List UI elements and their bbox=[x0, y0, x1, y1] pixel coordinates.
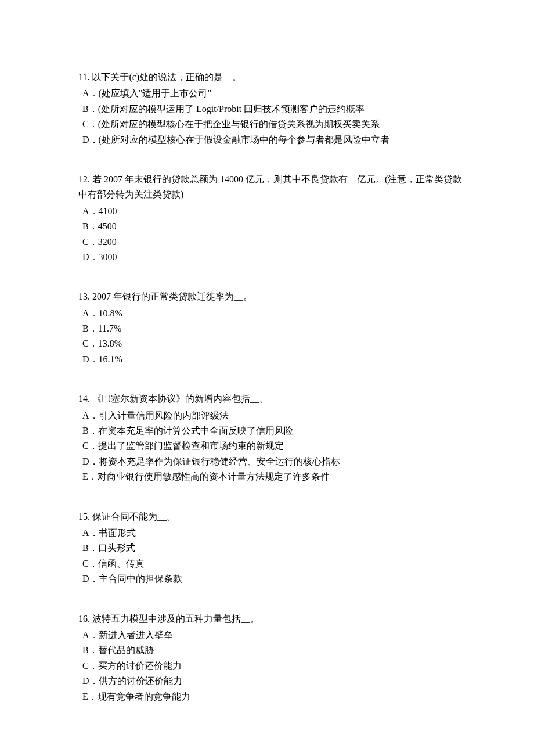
question-text: 2007 年银行的正常类贷款迁徙率为__。 bbox=[92, 291, 252, 301]
option-c: C．(处所对应的模型核心在于把企业与银行的借贷关系视为期权买卖关系 bbox=[78, 117, 464, 132]
question-number: 16. bbox=[78, 614, 90, 624]
question-16: 16. 波特五力模型中涉及的五种力量包括__。 A．新进入者进入壁垒 B．替代品… bbox=[78, 611, 464, 704]
option-d: D．16.1% bbox=[78, 352, 464, 367]
question-11: 11. 以下关于(c)处的说法，正确的是__。 A．(处应填入"适用于上市公司"… bbox=[78, 70, 464, 147]
option-c: C．信函、传真 bbox=[78, 556, 464, 571]
question-text: 以下关于(c)处的说法，正确的是__。 bbox=[92, 72, 241, 82]
option-a: A．10.8% bbox=[78, 306, 464, 321]
option-c: C．13.8% bbox=[78, 336, 464, 351]
question-number: 13. bbox=[78, 291, 90, 301]
option-c: C．3200 bbox=[78, 235, 464, 250]
option-b: B．4500 bbox=[78, 219, 464, 234]
option-d: D．供方的讨价还价能力 bbox=[78, 674, 464, 689]
question-text: 波特五力模型中涉及的五种力量包括__。 bbox=[92, 614, 259, 624]
option-b: B．口头形式 bbox=[78, 541, 464, 556]
option-d: D．将资本充足率作为保证银行稳健经营、安全运行的核心指标 bbox=[78, 454, 464, 469]
question-number: 15. bbox=[78, 512, 90, 521]
option-b: B．11.7% bbox=[78, 321, 464, 336]
question-15: 15. 保证合同不能为__。 A．书面形式 B．口头形式 C．信函、传真 D．主… bbox=[78, 509, 464, 587]
question-stem: 15. 保证合同不能为__。 bbox=[78, 509, 464, 524]
option-a: A．引入计量信用风险的内部评级法 bbox=[78, 408, 464, 423]
option-c: C．提出了监管部门监督检查和市场约束的新规定 bbox=[78, 438, 464, 453]
option-b: B．在资本充足率的计算公式中全面反映了信用风险 bbox=[78, 423, 464, 438]
question-text: 保证合同不能为__。 bbox=[92, 512, 176, 521]
question-text: 若 2007 年末银行的贷款总额为 14000 亿元，则其中不良贷款有__亿元。… bbox=[78, 174, 462, 199]
question-14: 14. 《巴塞尔新资本协议》的新增内容包括__。 A．引入计量信用风险的内部评级… bbox=[78, 391, 464, 484]
question-number: 14. bbox=[78, 394, 90, 404]
question-stem: 13. 2007 年银行的正常类贷款迁徙率为__。 bbox=[78, 289, 464, 304]
question-stem: 14. 《巴塞尔新资本协议》的新增内容包括__。 bbox=[78, 391, 464, 406]
option-b: B．替代品的威胁 bbox=[78, 643, 464, 658]
option-a: A．(处应填入"适用于上市公司" bbox=[78, 86, 464, 101]
option-d: D．主合同中的担保条款 bbox=[78, 571, 464, 586]
question-stem: 16. 波特五力模型中涉及的五种力量包括__。 bbox=[78, 611, 464, 627]
option-b: B．(处所对应的模型运用了 Logit/Probit 回归技术预测客户的违约概率 bbox=[78, 102, 464, 117]
option-a: A．新进入者进入壁垒 bbox=[78, 628, 464, 643]
option-a: A．4100 bbox=[78, 204, 464, 219]
question-number: 12. bbox=[78, 174, 90, 184]
question-stem: 11. 以下关于(c)处的说法，正确的是__。 bbox=[78, 70, 464, 85]
option-c: C．买方的讨价还价能力 bbox=[78, 658, 464, 674]
question-13: 13. 2007 年银行的正常类贷款迁徙率为__。 A．10.8% B．11.7… bbox=[78, 289, 464, 367]
option-a: A．书面形式 bbox=[78, 525, 464, 541]
question-text: 《巴塞尔新资本协议》的新增内容包括__。 bbox=[92, 394, 269, 404]
option-e: E．现有竞争者的竞争能力 bbox=[78, 689, 464, 704]
question-12: 12. 若 2007 年末银行的贷款总额为 14000 亿元，则其中不良贷款有_… bbox=[78, 172, 464, 265]
question-number: 11. bbox=[78, 72, 89, 82]
option-d: D．3000 bbox=[78, 250, 464, 265]
option-e: E．对商业银行使用敏感性高的资本计量方法规定了许多条件 bbox=[78, 469, 464, 484]
option-d: D．(处所对应的模型核心在于假设金融市场中的每个参与者都是风险中立者 bbox=[78, 132, 464, 147]
question-stem: 12. 若 2007 年末银行的贷款总额为 14000 亿元，则其中不良贷款有_… bbox=[78, 172, 464, 203]
